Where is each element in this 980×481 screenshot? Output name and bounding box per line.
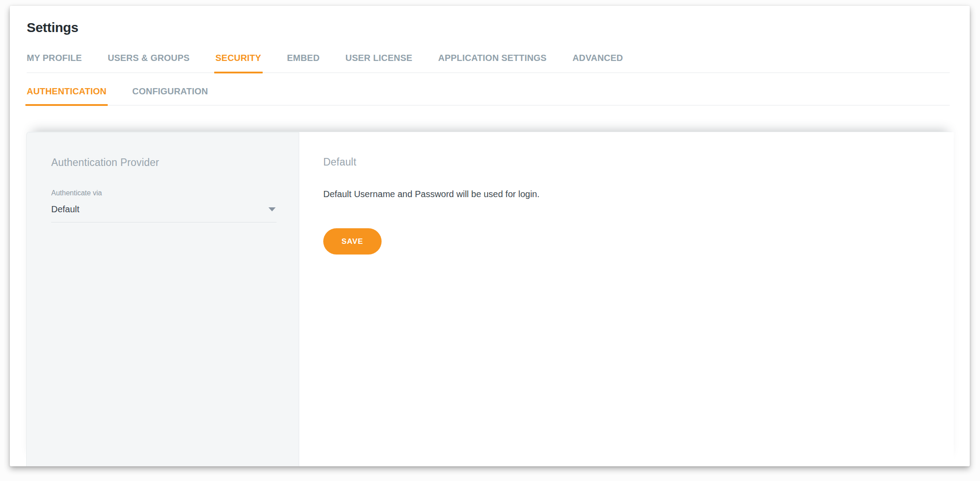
tab-embed[interactable]: EMBED [287, 53, 320, 73]
authentication-provider-heading: Authentication Provider [51, 156, 277, 169]
settings-window: Settings MY PROFILE USERS & GROUPS SECUR… [10, 6, 970, 466]
provider-detail-panel: Default Default Username and Password wi… [299, 132, 954, 466]
tab-user-license[interactable]: USER LICENSE [346, 53, 412, 73]
page-title: Settings [27, 20, 950, 36]
tab-my-profile[interactable]: MY PROFILE [27, 53, 82, 73]
provider-detail-heading: Default [323, 155, 927, 169]
tab-users-groups[interactable]: USERS & GROUPS [108, 53, 190, 73]
tab-authentication[interactable]: AUTHENTICATION [27, 86, 106, 105]
tab-security[interactable]: SECURITY [216, 53, 261, 73]
tab-application-settings[interactable]: APPLICATION SETTINGS [438, 53, 547, 73]
provider-description: Default Username and Password will be us… [323, 188, 927, 200]
authenticate-via-select[interactable]: Default [51, 203, 277, 222]
tab-advanced[interactable]: ADVANCED [573, 53, 623, 73]
primary-tabbar: MY PROFILE USERS & GROUPS SECURITY EMBED… [27, 53, 950, 73]
authentication-provider-panel: Authentication Provider Authenticate via… [26, 132, 299, 466]
save-button[interactable]: SAVE [323, 228, 382, 255]
chevron-down-icon [268, 207, 276, 211]
secondary-tabbar: AUTHENTICATION CONFIGURATION [27, 73, 950, 105]
authenticate-via-selected-value: Default [51, 203, 79, 215]
tab-configuration[interactable]: CONFIGURATION [132, 86, 208, 105]
authenticate-via-label: Authenticate via [51, 189, 277, 198]
content-area: Authentication Provider Authenticate via… [26, 132, 954, 466]
